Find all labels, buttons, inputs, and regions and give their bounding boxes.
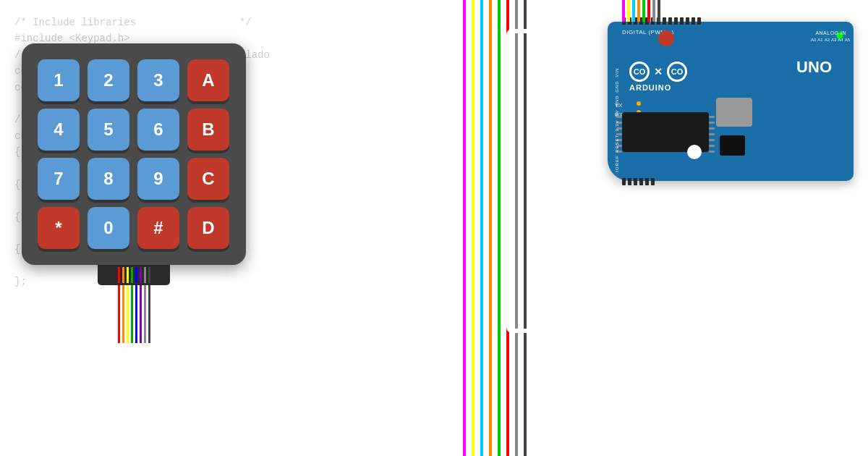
key-c: C xyxy=(187,158,229,200)
wire-yellow xyxy=(472,0,475,456)
key-6: 6 xyxy=(137,109,179,151)
key-a: A xyxy=(187,59,229,101)
wire-green xyxy=(498,0,501,456)
crystal-component xyxy=(716,98,752,127)
key-2: 2 xyxy=(88,59,129,101)
key-hash: # xyxy=(137,207,179,249)
red-component xyxy=(658,30,674,46)
logo-text-right: CO xyxy=(671,67,684,76)
wire-bundle-bottom xyxy=(118,285,150,343)
key-star: * xyxy=(38,207,80,249)
key-3: 3 xyxy=(137,59,179,101)
arduino-brand: ARDUINO xyxy=(629,83,687,92)
analog-pins-bottom xyxy=(622,178,655,185)
key-5: 5 xyxy=(88,109,129,151)
wire-bundle-top xyxy=(118,267,150,283)
black-component xyxy=(720,135,745,156)
ic-pins-right xyxy=(709,116,715,153)
analog-in-pins: A0 A1 A2 A3 A4 A5 xyxy=(811,38,850,42)
wire-cyan xyxy=(480,0,483,456)
wire-magenta xyxy=(463,0,466,456)
logo-circle-right: CO xyxy=(667,62,687,82)
key-1: 1 xyxy=(38,59,80,101)
logo-circle-left: CO xyxy=(629,62,650,82)
keypad-connector xyxy=(22,265,246,343)
left-panel: 1 2 3 A 4 5 6 B 7 8 9 C * 0 # D xyxy=(0,0,420,456)
keypad-grid: 1 2 3 A 4 5 6 B 7 8 9 C * 0 # D xyxy=(38,59,230,249)
arduino-board: DIGITAL (PWM ~) xyxy=(608,22,854,181)
key-9: 9 xyxy=(137,158,179,200)
key-0: 0 xyxy=(88,207,129,249)
arduino-logo-area: CO ✕ CO ARDUINO xyxy=(629,62,687,92)
top-wires xyxy=(622,0,660,22)
analog-in-label: ANALOG IN xyxy=(815,30,846,35)
right-panel: DIGITAL (PWM ~) xyxy=(420,0,868,456)
key-4: 4 xyxy=(38,109,80,151)
wire-orange xyxy=(489,0,492,456)
key-8: 8 xyxy=(88,158,129,200)
arduino-model: UNO xyxy=(796,58,832,77)
keypad: 1 2 3 A 4 5 6 B 7 8 9 C * 0 # D xyxy=(22,43,246,265)
key-7: 7 xyxy=(38,158,80,200)
power-pins-label: IOREFRESET3.3V5VGNDGNDVIN xyxy=(615,68,619,172)
keypad-container: 1 2 3 A 4 5 6 B 7 8 9 C * 0 # D xyxy=(22,43,246,343)
logo-text-left: CO xyxy=(634,67,646,76)
key-b: B xyxy=(187,109,229,151)
reset-button xyxy=(687,145,702,159)
logo-circles: CO ✕ CO xyxy=(629,62,687,82)
key-d: D xyxy=(187,207,229,249)
